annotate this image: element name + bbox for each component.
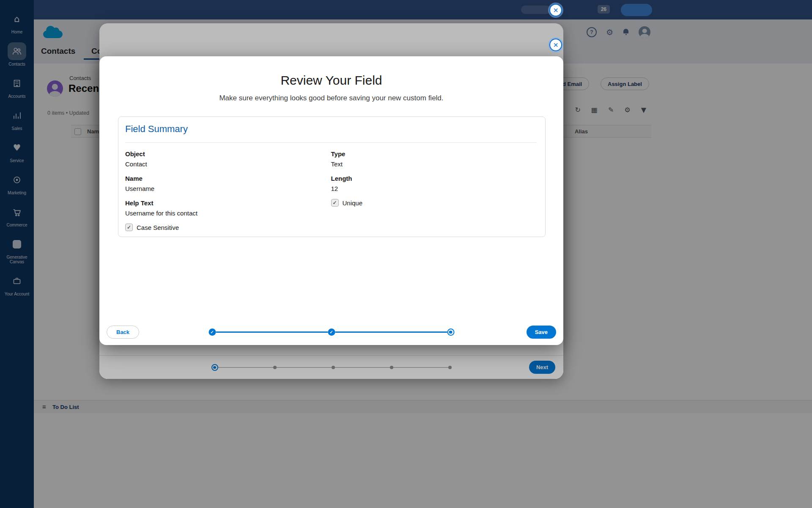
field-help-text: Help Text Username for this contact — [125, 199, 331, 217]
back-button[interactable]: Back — [107, 326, 139, 339]
field-label: Length — [331, 174, 537, 182]
unique-label: Unique — [343, 199, 363, 207]
wizard-progress-stepper — [211, 364, 452, 371]
step-connector — [216, 331, 328, 333]
review-modal-close-icon[interactable]: × — [549, 39, 562, 51]
case-sensitive-label: Case Sensitive — [137, 224, 179, 231]
summary-right-column: Type Text Length 12 ✓ Unique — [331, 150, 537, 231]
next-button[interactable]: Next — [529, 361, 555, 374]
step-current-indicator — [447, 329, 454, 336]
step-current-indicator — [211, 364, 218, 371]
step-dot — [390, 366, 393, 369]
review-progress-stepper: ✓ ✓ — [208, 329, 454, 336]
field-label: Name — [125, 174, 331, 182]
field-object: Object Contact — [125, 150, 331, 168]
field-value: 12 — [331, 185, 537, 193]
step-complete-icon: ✓ — [328, 329, 335, 336]
unique-row: ✓ Unique — [331, 199, 537, 207]
step-dot — [448, 366, 452, 369]
wizard-close-icon[interactable]: × — [549, 4, 562, 17]
field-value: Username for this contact — [125, 209, 331, 217]
field-value: Contact — [125, 160, 331, 168]
summary-left-column: Object Contact Name Username Help Text U… — [125, 150, 331, 231]
field-value: Text — [331, 160, 537, 168]
step-connector — [335, 331, 447, 333]
field-label: Object — [125, 150, 331, 158]
step-dot — [273, 366, 277, 369]
step-connector — [335, 367, 390, 368]
step-complete-icon: ✓ — [208, 329, 216, 336]
field-name: Name Username — [125, 174, 331, 193]
field-type: Type Text — [331, 150, 537, 168]
step-connector — [218, 367, 273, 368]
save-button[interactable]: Save — [527, 326, 556, 339]
field-length: Length 12 — [331, 174, 537, 193]
step-dot — [332, 366, 335, 369]
case-sensitive-checkbox[interactable]: ✓ — [125, 224, 133, 231]
field-summary-card: Field Summary Object Contact Name Userna… — [118, 116, 546, 237]
field-value: Username — [125, 185, 331, 193]
modal-subtitle: Make sure everything looks good before s… — [99, 94, 563, 102]
card-divider — [125, 142, 537, 143]
step-connector — [393, 367, 448, 368]
unique-checkbox[interactable]: ✓ — [331, 199, 339, 207]
modal-title: Review Your Field — [99, 73, 563, 88]
review-field-modal: Review Your Field Make sure everything l… — [99, 56, 563, 345]
review-modal-footer: Back ✓ ✓ Save — [99, 318, 563, 345]
step-connector — [277, 367, 332, 368]
case-sensitive-row: ✓ Case Sensitive — [125, 224, 331, 231]
card-title: Field Summary — [125, 124, 188, 135]
field-label: Help Text — [125, 199, 331, 207]
field-label: Type — [331, 150, 537, 158]
wizard-footer: Next — [99, 355, 563, 379]
